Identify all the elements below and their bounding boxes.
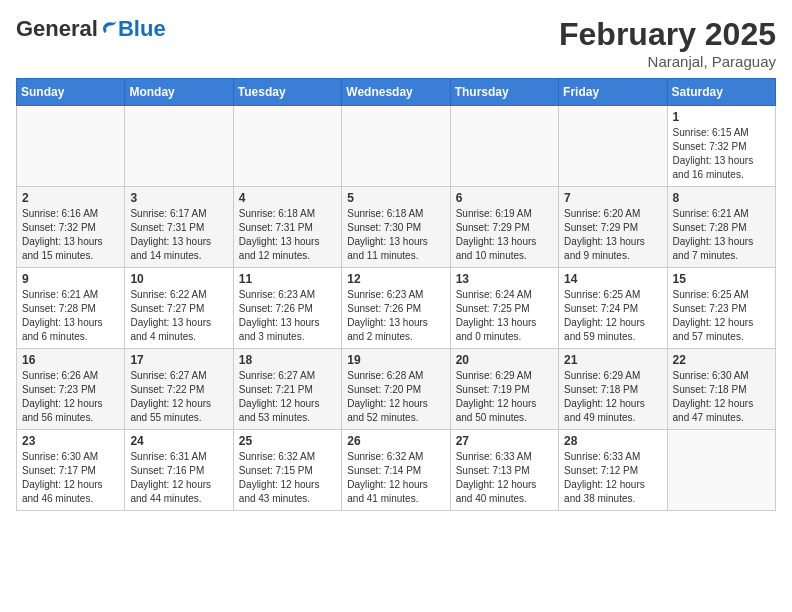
- calendar-table: Sunday Monday Tuesday Wednesday Thursday…: [16, 78, 776, 511]
- calendar-week-row: 1Sunrise: 6:15 AM Sunset: 7:32 PM Daylig…: [17, 106, 776, 187]
- table-row: [667, 430, 775, 511]
- day-info: Sunrise: 6:21 AM Sunset: 7:28 PM Dayligh…: [673, 207, 770, 263]
- day-number: 7: [564, 191, 661, 205]
- day-info: Sunrise: 6:32 AM Sunset: 7:14 PM Dayligh…: [347, 450, 444, 506]
- day-number: 15: [673, 272, 770, 286]
- table-row: [342, 106, 450, 187]
- table-row: 10Sunrise: 6:22 AM Sunset: 7:27 PM Dayli…: [125, 268, 233, 349]
- day-number: 21: [564, 353, 661, 367]
- day-number: 23: [22, 434, 119, 448]
- table-row: 22Sunrise: 6:30 AM Sunset: 7:18 PM Dayli…: [667, 349, 775, 430]
- table-row: [17, 106, 125, 187]
- table-row: 20Sunrise: 6:29 AM Sunset: 7:19 PM Dayli…: [450, 349, 558, 430]
- day-number: 14: [564, 272, 661, 286]
- calendar-week-row: 2Sunrise: 6:16 AM Sunset: 7:32 PM Daylig…: [17, 187, 776, 268]
- table-row: 6Sunrise: 6:19 AM Sunset: 7:29 PM Daylig…: [450, 187, 558, 268]
- day-info: Sunrise: 6:18 AM Sunset: 7:31 PM Dayligh…: [239, 207, 336, 263]
- table-row: 14Sunrise: 6:25 AM Sunset: 7:24 PM Dayli…: [559, 268, 667, 349]
- header-sunday: Sunday: [17, 79, 125, 106]
- month-title: February 2025: [559, 16, 776, 53]
- day-number: 22: [673, 353, 770, 367]
- table-row: 17Sunrise: 6:27 AM Sunset: 7:22 PM Dayli…: [125, 349, 233, 430]
- table-row: 12Sunrise: 6:23 AM Sunset: 7:26 PM Dayli…: [342, 268, 450, 349]
- table-row: 25Sunrise: 6:32 AM Sunset: 7:15 PM Dayli…: [233, 430, 341, 511]
- day-info: Sunrise: 6:26 AM Sunset: 7:23 PM Dayligh…: [22, 369, 119, 425]
- table-row: 18Sunrise: 6:27 AM Sunset: 7:21 PM Dayli…: [233, 349, 341, 430]
- header-monday: Monday: [125, 79, 233, 106]
- table-row: 7Sunrise: 6:20 AM Sunset: 7:29 PM Daylig…: [559, 187, 667, 268]
- day-number: 13: [456, 272, 553, 286]
- day-info: Sunrise: 6:27 AM Sunset: 7:22 PM Dayligh…: [130, 369, 227, 425]
- day-number: 1: [673, 110, 770, 124]
- table-row: 26Sunrise: 6:32 AM Sunset: 7:14 PM Dayli…: [342, 430, 450, 511]
- day-number: 18: [239, 353, 336, 367]
- table-row: 3Sunrise: 6:17 AM Sunset: 7:31 PM Daylig…: [125, 187, 233, 268]
- day-info: Sunrise: 6:25 AM Sunset: 7:23 PM Dayligh…: [673, 288, 770, 344]
- calendar-header-row: Sunday Monday Tuesday Wednesday Thursday…: [17, 79, 776, 106]
- table-row: [125, 106, 233, 187]
- day-info: Sunrise: 6:23 AM Sunset: 7:26 PM Dayligh…: [347, 288, 444, 344]
- title-block: February 2025 Naranjal, Paraguay: [559, 16, 776, 70]
- calendar-week-row: 16Sunrise: 6:26 AM Sunset: 7:23 PM Dayli…: [17, 349, 776, 430]
- day-number: 11: [239, 272, 336, 286]
- table-row: 5Sunrise: 6:18 AM Sunset: 7:30 PM Daylig…: [342, 187, 450, 268]
- table-row: [450, 106, 558, 187]
- day-number: 4: [239, 191, 336, 205]
- day-info: Sunrise: 6:29 AM Sunset: 7:19 PM Dayligh…: [456, 369, 553, 425]
- day-info: Sunrise: 6:33 AM Sunset: 7:12 PM Dayligh…: [564, 450, 661, 506]
- day-number: 26: [347, 434, 444, 448]
- calendar-week-row: 9Sunrise: 6:21 AM Sunset: 7:28 PM Daylig…: [17, 268, 776, 349]
- day-number: 25: [239, 434, 336, 448]
- day-info: Sunrise: 6:29 AM Sunset: 7:18 PM Dayligh…: [564, 369, 661, 425]
- logo-bird-icon: [100, 18, 118, 36]
- day-info: Sunrise: 6:16 AM Sunset: 7:32 PM Dayligh…: [22, 207, 119, 263]
- table-row: 9Sunrise: 6:21 AM Sunset: 7:28 PM Daylig…: [17, 268, 125, 349]
- day-number: 17: [130, 353, 227, 367]
- table-row: 21Sunrise: 6:29 AM Sunset: 7:18 PM Dayli…: [559, 349, 667, 430]
- table-row: [559, 106, 667, 187]
- page-header: General Blue February 2025 Naranjal, Par…: [16, 16, 776, 70]
- day-number: 6: [456, 191, 553, 205]
- table-row: 23Sunrise: 6:30 AM Sunset: 7:17 PM Dayli…: [17, 430, 125, 511]
- day-info: Sunrise: 6:20 AM Sunset: 7:29 PM Dayligh…: [564, 207, 661, 263]
- table-row: 24Sunrise: 6:31 AM Sunset: 7:16 PM Dayli…: [125, 430, 233, 511]
- logo-blue-text: Blue: [118, 16, 166, 42]
- day-number: 3: [130, 191, 227, 205]
- table-row: 15Sunrise: 6:25 AM Sunset: 7:23 PM Dayli…: [667, 268, 775, 349]
- header-wednesday: Wednesday: [342, 79, 450, 106]
- day-info: Sunrise: 6:17 AM Sunset: 7:31 PM Dayligh…: [130, 207, 227, 263]
- day-number: 19: [347, 353, 444, 367]
- logo-general-text: General: [16, 16, 98, 42]
- day-info: Sunrise: 6:30 AM Sunset: 7:18 PM Dayligh…: [673, 369, 770, 425]
- header-friday: Friday: [559, 79, 667, 106]
- day-number: 5: [347, 191, 444, 205]
- day-number: 16: [22, 353, 119, 367]
- day-info: Sunrise: 6:28 AM Sunset: 7:20 PM Dayligh…: [347, 369, 444, 425]
- day-info: Sunrise: 6:19 AM Sunset: 7:29 PM Dayligh…: [456, 207, 553, 263]
- logo: General Blue: [16, 16, 166, 42]
- day-info: Sunrise: 6:23 AM Sunset: 7:26 PM Dayligh…: [239, 288, 336, 344]
- day-number: 27: [456, 434, 553, 448]
- day-info: Sunrise: 6:27 AM Sunset: 7:21 PM Dayligh…: [239, 369, 336, 425]
- table-row: 1Sunrise: 6:15 AM Sunset: 7:32 PM Daylig…: [667, 106, 775, 187]
- day-info: Sunrise: 6:32 AM Sunset: 7:15 PM Dayligh…: [239, 450, 336, 506]
- table-row: 11Sunrise: 6:23 AM Sunset: 7:26 PM Dayli…: [233, 268, 341, 349]
- day-info: Sunrise: 6:33 AM Sunset: 7:13 PM Dayligh…: [456, 450, 553, 506]
- header-thursday: Thursday: [450, 79, 558, 106]
- day-info: Sunrise: 6:24 AM Sunset: 7:25 PM Dayligh…: [456, 288, 553, 344]
- day-number: 10: [130, 272, 227, 286]
- day-info: Sunrise: 6:30 AM Sunset: 7:17 PM Dayligh…: [22, 450, 119, 506]
- day-number: 8: [673, 191, 770, 205]
- day-number: 9: [22, 272, 119, 286]
- calendar-week-row: 23Sunrise: 6:30 AM Sunset: 7:17 PM Dayli…: [17, 430, 776, 511]
- day-info: Sunrise: 6:25 AM Sunset: 7:24 PM Dayligh…: [564, 288, 661, 344]
- header-saturday: Saturday: [667, 79, 775, 106]
- table-row: 2Sunrise: 6:16 AM Sunset: 7:32 PM Daylig…: [17, 187, 125, 268]
- table-row: 19Sunrise: 6:28 AM Sunset: 7:20 PM Dayli…: [342, 349, 450, 430]
- table-row: 16Sunrise: 6:26 AM Sunset: 7:23 PM Dayli…: [17, 349, 125, 430]
- day-number: 2: [22, 191, 119, 205]
- table-row: 27Sunrise: 6:33 AM Sunset: 7:13 PM Dayli…: [450, 430, 558, 511]
- day-info: Sunrise: 6:31 AM Sunset: 7:16 PM Dayligh…: [130, 450, 227, 506]
- day-info: Sunrise: 6:18 AM Sunset: 7:30 PM Dayligh…: [347, 207, 444, 263]
- day-info: Sunrise: 6:21 AM Sunset: 7:28 PM Dayligh…: [22, 288, 119, 344]
